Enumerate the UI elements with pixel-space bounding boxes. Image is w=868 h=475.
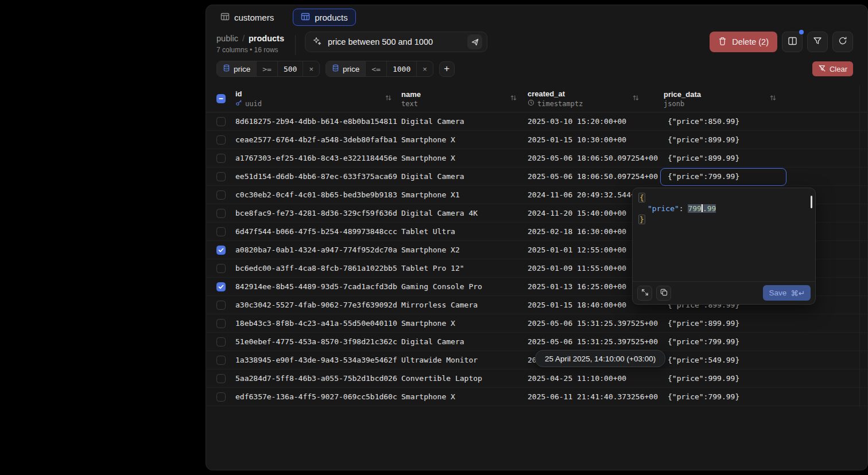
- expand-editor-button[interactable]: [637, 286, 652, 301]
- column-header-id[interactable]: iduuid: [235, 85, 401, 112]
- row-checkbox[interactable]: [216, 117, 226, 126]
- row-checkbox[interactable]: [216, 227, 226, 236]
- cell-created-at[interactable]: 2025-03-10 15:20:00+00: [528, 117, 664, 126]
- cell-id[interactable]: edf6357e-136a-4ff5-9027-069cc5b1d60c: [235, 392, 401, 401]
- add-filter-button[interactable]: +: [439, 61, 455, 77]
- cell-name[interactable]: Gaming Console Pro: [401, 282, 528, 291]
- row-checkbox[interactable]: [216, 264, 226, 273]
- cell-price-data[interactable]: {"price":999.99}: [664, 374, 859, 383]
- cell-name[interactable]: Digital Camera: [401, 337, 528, 346]
- cell-price-data[interactable]: {"price":799.99}: [664, 392, 859, 401]
- cell-id[interactable]: ee51d154-d6db-4bb6-87ec-633f375aca69: [235, 172, 401, 181]
- cell-name[interactable]: Smartphone X2: [401, 246, 528, 254]
- cell-id[interactable]: a30c3042-5527-4fab-9062-77e3f639092d: [235, 301, 401, 309]
- sort-icon[interactable]: [510, 94, 517, 104]
- cell-id[interactable]: 5aa284d7-5ff8-46b3-a055-75b2d1bcd026: [235, 374, 401, 383]
- ai-search-value[interactable]: price between 500 and 1000: [328, 37, 462, 46]
- cell-price-data[interactable]: {"price":549.99}: [664, 356, 859, 364]
- cell-id[interactable]: 8d618275-2b94-4dbb-b614-e8b0ba154811: [235, 117, 401, 126]
- tab-customers[interactable]: customers: [213, 9, 281, 26]
- cell-name[interactable]: Smartphone X: [401, 154, 528, 162]
- row-checkbox[interactable]: [216, 246, 226, 255]
- row-checkbox[interactable]: [216, 190, 226, 200]
- row-checkbox[interactable]: [216, 209, 226, 218]
- cell-id[interactable]: bc6edc00-a3ff-4ca8-8fcb-7861a1022bb5: [235, 264, 401, 272]
- filter-chip-remove[interactable]: ×: [303, 61, 319, 76]
- cell-name[interactable]: Mirrorless Camera: [401, 301, 528, 309]
- cell-name[interactable]: Digital Camera: [401, 172, 528, 181]
- filter-chip-column[interactable]: price: [217, 61, 257, 76]
- filter-chip-value[interactable]: 1000: [387, 61, 417, 76]
- cell-price-data[interactable]: {"price":799.99}: [664, 337, 859, 346]
- row-checkbox[interactable]: [216, 356, 226, 365]
- cell-id[interactable]: ceae2577-6764-4b2f-a548-3deb80fafba1: [235, 135, 401, 144]
- cell-created-at[interactable]: 2025-05-06 15:31:25.397525+00: [528, 337, 664, 346]
- cell-id[interactable]: c0c30eb2-0c4f-4c01-8b65-bed3be9b9183: [235, 190, 401, 199]
- row-checkbox[interactable]: [216, 319, 226, 328]
- cell-price-data[interactable]: {"price":850.99}: [664, 117, 859, 126]
- row-checkbox[interactable]: [216, 135, 226, 145]
- refresh-button[interactable]: [832, 32, 853, 52]
- cell-name[interactable]: Smartphone X: [401, 135, 528, 144]
- ai-search-input[interactable]: price between 500 and 1000: [305, 32, 487, 52]
- tab-products[interactable]: products: [293, 9, 356, 26]
- cell-id[interactable]: bce8fac9-fe73-4281-8d36-329cf59f636d: [235, 209, 401, 217]
- cell-created-at[interactable]: 2025-06-11 21:41:40.373256+00: [528, 392, 664, 401]
- filter-chip-operator[interactable]: >=: [257, 61, 278, 76]
- filter-chip-remove[interactable]: ×: [417, 61, 433, 76]
- cell-id[interactable]: a0820ba7-0ab1-4324-a947-774f952dc70a: [235, 246, 401, 254]
- cell-name[interactable]: Convertible Laptop: [401, 374, 528, 383]
- cell-name[interactable]: Tablet Pro 12": [401, 264, 528, 272]
- row-checkbox[interactable]: [216, 154, 226, 163]
- cell-id[interactable]: 842914ee-8b45-4489-93d5-7cad1acfd3db: [235, 282, 401, 291]
- cell-created-at[interactable]: 2025-05-06 15:31:25.397525+00: [528, 319, 664, 328]
- column-header-created_at[interactable]: created_attimestamptz: [528, 85, 664, 112]
- cell-price-data[interactable]: {"price":899.99}: [664, 319, 859, 328]
- row-checkbox[interactable]: [216, 301, 226, 310]
- cell-name[interactable]: Ultrawide Monitor: [401, 356, 528, 364]
- filter-chip-column[interactable]: price: [326, 61, 366, 76]
- sort-icon[interactable]: [385, 94, 392, 104]
- row-checkbox[interactable]: [216, 374, 226, 383]
- filter-button[interactable]: [807, 32, 828, 52]
- cell-id[interactable]: 6d47f544-b066-47f5-b254-489973848ccc: [235, 227, 401, 236]
- breadcrumb-schema[interactable]: public: [216, 34, 238, 43]
- column-header-price_data[interactable]: price_datajsonb: [664, 85, 859, 112]
- cell-name[interactable]: Smartphone X: [401, 319, 528, 328]
- cell-price-data[interactable]: {"price":899.99}: [664, 154, 859, 162]
- select-all-checkbox[interactable]: [216, 94, 226, 103]
- cell-price-data[interactable]: {"price":799.99}: [664, 172, 859, 181]
- filter-chip-operator[interactable]: <=: [366, 61, 387, 76]
- cell-id[interactable]: 1a338945-e90f-43de-9a43-534a39e5462f: [235, 356, 401, 364]
- cell-created-at[interactable]: 2025-05-06 18:06:50.097254+00: [528, 172, 664, 181]
- save-button[interactable]: Save ⌘↵: [763, 285, 811, 301]
- cell-created-at[interactable]: 2025-05-06 18:06:50.097254+00: [528, 154, 664, 162]
- delete-button[interactable]: Delete (2): [710, 32, 777, 52]
- cell-price-data[interactable]: {"price":899.99}: [664, 135, 859, 144]
- cell-id[interactable]: a1767303-ef25-416b-8c43-e3221184456e: [235, 154, 401, 162]
- row-checkbox[interactable]: [216, 337, 226, 346]
- cell-name[interactable]: Digital Camera: [401, 117, 528, 126]
- row-checkbox[interactable]: [216, 392, 226, 402]
- sort-icon[interactable]: [769, 94, 777, 104]
- cell-id[interactable]: 18eb43c3-8f8b-4c23-a41a-55d50e040110: [235, 319, 401, 328]
- cell-id[interactable]: 51e0ebef-4775-453a-8570-3f98d21c362c: [235, 337, 401, 346]
- cell-name[interactable]: Smartphone X: [401, 392, 528, 401]
- columns-button[interactable]: [782, 32, 803, 52]
- column-header-name[interactable]: nametext: [401, 85, 528, 112]
- send-icon[interactable]: [467, 34, 482, 49]
- cell-created-at[interactable]: 2025-04-25 11:10:00+00: [528, 374, 664, 383]
- cell-name[interactable]: Smartphone X1: [401, 190, 528, 199]
- cell-name[interactable]: Digital Camera 4K: [401, 209, 528, 217]
- filter-chip-value[interactable]: 500: [278, 61, 303, 76]
- cell-created-at[interactable]: 2025-01-15 10:30:00+00: [528, 135, 664, 144]
- clear-filters-button[interactable]: Clear: [812, 61, 853, 76]
- editor-scrollbar[interactable]: [811, 196, 812, 208]
- breadcrumb-table[interactable]: products: [249, 34, 284, 43]
- row-checkbox[interactable]: [216, 282, 226, 291]
- sort-icon[interactable]: [632, 94, 640, 104]
- row-checkbox[interactable]: [216, 172, 226, 181]
- json-editor-code[interactable]: { "price": 799.99 }: [633, 188, 815, 281]
- copy-button[interactable]: [656, 286, 671, 301]
- cell-name[interactable]: Tablet Ultra: [401, 227, 528, 236]
